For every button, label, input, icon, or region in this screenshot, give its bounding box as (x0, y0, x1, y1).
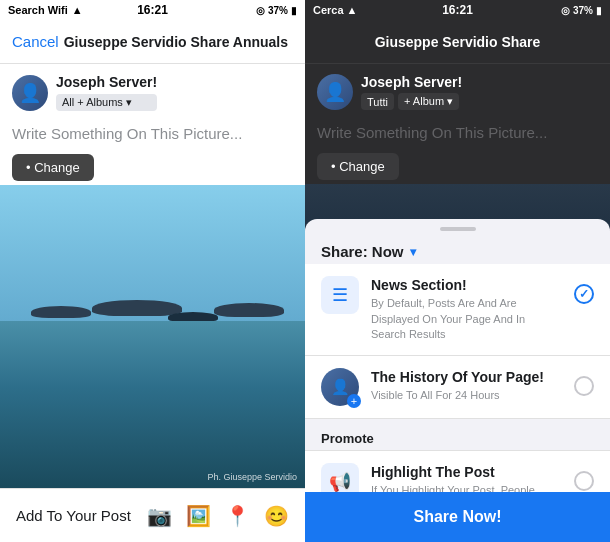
avatar-right: 👤 (317, 74, 353, 110)
audience-row-right: Tutti + Album ▾ (361, 93, 462, 110)
history-option[interactable]: 👤 The History Of Your Page! Visible To A… (305, 356, 610, 419)
sheet-handle (440, 227, 476, 231)
bottom-bar-left: Add To Your Post 📷 🖼️ 📍 😊 (0, 488, 305, 542)
camera-icon[interactable]: 📷 (147, 504, 172, 528)
wifi-icon: ▲ (72, 4, 83, 16)
status-bar-left: Search Wifi ▲ 16:21 ◎ 37% ▮ (0, 0, 305, 20)
share-sheet: Share: Now ▾ ☰ News Section! By Default,… (305, 219, 610, 542)
location-icon-right: ◎ (561, 5, 570, 16)
share-now-header: Share: Now ▾ (305, 235, 610, 264)
share-now-title: Share: Now (321, 243, 404, 260)
time-right: 16:21 (442, 3, 473, 17)
history-radio[interactable] (574, 376, 594, 396)
photo-background (0, 185, 305, 488)
nav-bar-right: Giuseppe Servidio Share (305, 20, 610, 64)
carrier-text-left: Search Wifi (8, 4, 68, 16)
share-now-button[interactable]: Share Now! (305, 492, 610, 542)
user-name-left: Joseph Server! (56, 74, 157, 90)
time-left: 16:21 (137, 3, 168, 17)
user-row-left: 👤 Joseph Server! All + Albums ▾ (0, 64, 305, 117)
write-placeholder-left: Write Something On This Picture... (12, 125, 242, 142)
status-bar-right: Cerca ▲ 16:21 ◎ 37% ▮ (305, 0, 610, 20)
carrier-text-right: Cerca (313, 4, 344, 16)
avatar-left: 👤 (12, 75, 48, 111)
history-option-title: The History Of Your Page! (371, 368, 562, 386)
audience-btn-dark-1[interactable]: Tutti (361, 93, 394, 110)
battery-right: 37% (573, 5, 593, 16)
change-button-right[interactable]: • Change (317, 153, 399, 180)
write-placeholder-right: Write Something On This Picture... (317, 124, 547, 141)
photo-area: Ph. Giuseppe Servidio (0, 185, 305, 488)
location-pin-icon[interactable]: 📍 (225, 504, 250, 528)
nav-title-right: Giuseppe Servidio Share (317, 34, 598, 50)
nav-bar-left: Cancel Giuseppe Servidio Share Annuals (0, 20, 305, 64)
highlight-option-title: Highlight The Post (371, 463, 562, 481)
carrier-left: Search Wifi ▲ (8, 4, 83, 16)
user-info-left: Joseph Server! All + Albums ▾ (56, 74, 157, 111)
battery-left: 37% (268, 5, 288, 16)
right-panel: Cerca ▲ 16:21 ◎ 37% ▮ Giuseppe Servidio … (305, 0, 610, 542)
battery-icon-right: ▮ (596, 5, 602, 16)
photo-credit: Ph. Giuseppe Servidio (207, 472, 297, 482)
left-panel: Search Wifi ▲ 16:21 ◎ 37% ▮ Cancel Giuse… (0, 0, 305, 542)
right-status-left: ◎ 37% ▮ (256, 5, 297, 16)
audience-label-left: All + Albums ▾ (62, 96, 132, 109)
emoji-icon[interactable]: 😊 (264, 504, 289, 528)
highlight-radio[interactable] (574, 471, 594, 491)
change-area: • Change ✕ (0, 150, 305, 185)
battery-icon: ▮ (291, 5, 297, 16)
cancel-button[interactable]: Cancel (12, 33, 59, 50)
user-row-right: 👤 Joseph Server! Tutti + Album ▾ (305, 64, 610, 116)
share-now-label: Share Now! (413, 508, 501, 526)
user-info-right: Joseph Server! Tutti + Album ▾ (361, 74, 462, 110)
write-area-left[interactable]: Write Something On This Picture... (0, 117, 305, 150)
change-button[interactable]: • Change (12, 154, 94, 181)
post-icons: 📷 🖼️ 📍 😊 (147, 504, 289, 528)
audience-label-right-1: Tutti (367, 96, 388, 108)
nav-title-left: Giuseppe Servidio Share Annuals (59, 34, 293, 50)
news-option-title: News Section! (371, 276, 562, 294)
news-icon: ☰ (321, 276, 359, 314)
audience-btn-dark-2[interactable]: + Album ▾ (398, 93, 459, 110)
history-option-text: The History Of Your Page! Visible To All… (371, 368, 562, 404)
carrier-right: Cerca ▲ (313, 4, 357, 16)
history-avatar-icon: 👤 (321, 368, 359, 406)
location-icon: ◎ (256, 5, 265, 16)
right-status-right: ◎ 37% ▮ (561, 5, 602, 16)
news-option-text: News Section! By Default, Posts Are And … (371, 276, 562, 342)
user-name-right: Joseph Server! (361, 74, 462, 90)
rock-4 (214, 303, 284, 317)
news-section-option[interactable]: ☰ News Section! By Default, Posts Are An… (305, 264, 610, 355)
rock-2 (92, 300, 182, 316)
signal-icon: ▲ (347, 4, 358, 16)
promote-label: Promote (305, 419, 610, 450)
write-area-right[interactable]: Write Something On This Picture... (305, 116, 610, 149)
history-option-desc: Visible To All For 24 Hours (371, 388, 562, 403)
news-option-desc: By Default, Posts Are And Are Displayed … (371, 296, 562, 342)
rock-1 (31, 306, 91, 318)
photo-icon[interactable]: 🖼️ (186, 504, 211, 528)
add-to-post-label: Add To Your Post (16, 507, 139, 524)
audience-btn-left[interactable]: All + Albums ▾ (56, 94, 157, 111)
audience-label-right-2: + Album ▾ (404, 95, 453, 108)
share-now-dropdown-icon[interactable]: ▾ (410, 245, 416, 259)
water-layer (0, 321, 305, 488)
news-radio[interactable] (574, 284, 594, 304)
